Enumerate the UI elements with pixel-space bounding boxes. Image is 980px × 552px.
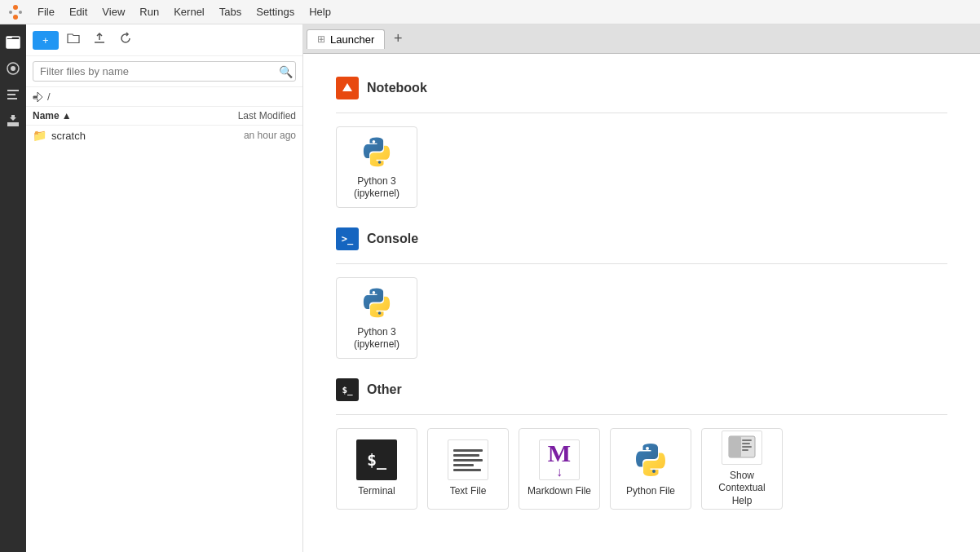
menu-help[interactable]: Help — [302, 4, 338, 20]
svg-point-3 — [19, 11, 22, 14]
refresh-button[interactable] — [114, 29, 137, 51]
col-modified-header: Last Modified — [190, 110, 296, 121]
svg-rect-22 — [729, 436, 741, 457]
svg-rect-11 — [7, 98, 17, 99]
app-body: + 🔍 / Name ▲ — [0, 24, 980, 552]
console-python3-label: Python 3 (ipykernel) — [343, 326, 410, 351]
textfile-label: Text File — [450, 485, 487, 498]
new-launcher-button[interactable]: + — [33, 31, 59, 50]
jupyter-logo — [7, 3, 24, 21]
console-section-icon: >_ — [336, 227, 359, 250]
launcher: Notebook — [303, 54, 980, 552]
folder-icon: 📁 — [33, 129, 46, 142]
svg-rect-24 — [742, 443, 750, 444]
console-section-title: Console — [367, 232, 418, 246]
svg-point-16 — [378, 161, 382, 164]
menu-settings[interactable]: Settings — [249, 4, 301, 20]
console-python3-card[interactable]: Python 3 (ipykernel) — [336, 277, 417, 359]
terminal-card[interactable]: $_ Terminal — [336, 428, 417, 510]
sort-icon: ▲ — [62, 110, 72, 121]
plus-icon: + — [42, 34, 49, 46]
file-toolbar: + — [26, 24, 302, 56]
tab-bar: ⊞ Launcher + — [303, 24, 980, 54]
add-tab-button[interactable]: + — [386, 28, 409, 51]
svg-rect-6 — [7, 39, 20, 48]
file-list: 📁 scratch an hour ago — [26, 126, 302, 552]
other-cards: $_ Terminal Text File — [336, 428, 947, 510]
svg-point-1 — [13, 15, 18, 20]
svg-point-0 — [13, 5, 18, 10]
list-item[interactable]: 📁 scratch an hour ago — [26, 126, 302, 145]
sidebar-running-btn[interactable] — [2, 57, 24, 80]
sidebar-extensions-btn[interactable] — [2, 109, 24, 132]
tab-launcher-label: Launcher — [330, 33, 374, 46]
svg-rect-10 — [7, 94, 15, 95]
notebook-section-header: Notebook — [336, 77, 947, 99]
svg-rect-12 — [33, 96, 38, 98]
svg-rect-25 — [742, 446, 752, 448]
search-icon[interactable]: 🔍 — [279, 65, 293, 78]
breadcrumb: / — [26, 87, 302, 107]
menu-edit[interactable]: Edit — [63, 4, 94, 20]
markdown-icon: M ↓ — [539, 439, 580, 480]
svg-point-19 — [646, 447, 649, 450]
file-panel: + 🔍 / Name ▲ — [26, 24, 303, 552]
notebook-python3-label: Python 3 (ipykernel) — [343, 175, 410, 201]
svg-point-17 — [373, 291, 376, 294]
textfile-card[interactable]: Text File — [427, 428, 509, 510]
file-modified: an hour ago — [190, 130, 296, 141]
col-name-header[interactable]: Name ▲ — [33, 110, 190, 121]
svg-point-15 — [373, 140, 376, 144]
menu-kernel[interactable]: Kernel — [167, 4, 211, 20]
menu-file[interactable]: File — [31, 4, 61, 20]
menu-view[interactable]: View — [95, 4, 131, 20]
menubar: File Edit View Run Kernel Tabs Settings … — [0, 0, 980, 24]
terminal-label: Terminal — [358, 485, 395, 498]
file-name: scratch — [51, 130, 190, 142]
pythonfile-card[interactable]: Python File — [610, 428, 691, 510]
icon-sidebar — [0, 24, 26, 552]
notebook-cards: Python 3 (ipykernel) — [336, 126, 947, 208]
file-list-header: Name ▲ Last Modified — [26, 107, 302, 126]
pythonfile-label: Python File — [626, 485, 675, 498]
svg-rect-9 — [7, 90, 19, 91]
launcher-tab-icon: ⊞ — [317, 33, 325, 45]
notebook-section-title: Notebook — [367, 81, 427, 95]
svg-point-18 — [378, 311, 382, 315]
svg-point-2 — [9, 11, 12, 14]
markdown-card[interactable]: M ↓ Markdown File — [519, 428, 600, 510]
breadcrumb-text: / — [47, 91, 51, 103]
markdown-label: Markdown File — [528, 485, 591, 498]
sidebar-toc-btn[interactable] — [2, 83, 24, 106]
notebook-python3-card[interactable]: Python 3 (ipykernel) — [336, 126, 417, 208]
menu-run[interactable]: Run — [133, 4, 166, 20]
textfile-icon — [448, 439, 488, 480]
contextual-help-label: Show Contextual Help — [709, 470, 775, 508]
svg-point-20 — [652, 470, 656, 473]
upload-button[interactable] — [88, 29, 111, 51]
other-section-icon: $_ — [336, 378, 359, 401]
contextual-help-card[interactable]: Show Contextual Help — [701, 428, 783, 510]
sidebar-files-btn[interactable] — [2, 31, 24, 54]
contextual-help-icon — [722, 431, 762, 465]
other-section-header: $_ Other — [336, 378, 947, 401]
other-divider — [336, 414, 947, 415]
search-area: 🔍 — [26, 56, 302, 87]
terminal-icon: $_ — [356, 439, 397, 480]
open-folder-button[interactable] — [62, 29, 85, 51]
console-divider — [336, 263, 947, 264]
console-section-header: >_ Console — [336, 227, 947, 250]
main-area: ⊞ Launcher + Notebook — [303, 24, 980, 552]
search-input[interactable] — [33, 61, 296, 82]
tab-launcher[interactable]: ⊞ Launcher — [307, 29, 385, 49]
notebook-section-icon — [336, 77, 359, 99]
svg-rect-26 — [742, 449, 748, 451]
menu-tabs[interactable]: Tabs — [213, 4, 248, 20]
other-section-title: Other — [367, 382, 402, 397]
console-cards: Python 3 (ipykernel) — [336, 277, 947, 359]
svg-point-8 — [11, 66, 15, 71]
notebook-divider — [336, 113, 947, 113]
svg-rect-23 — [742, 439, 752, 441]
